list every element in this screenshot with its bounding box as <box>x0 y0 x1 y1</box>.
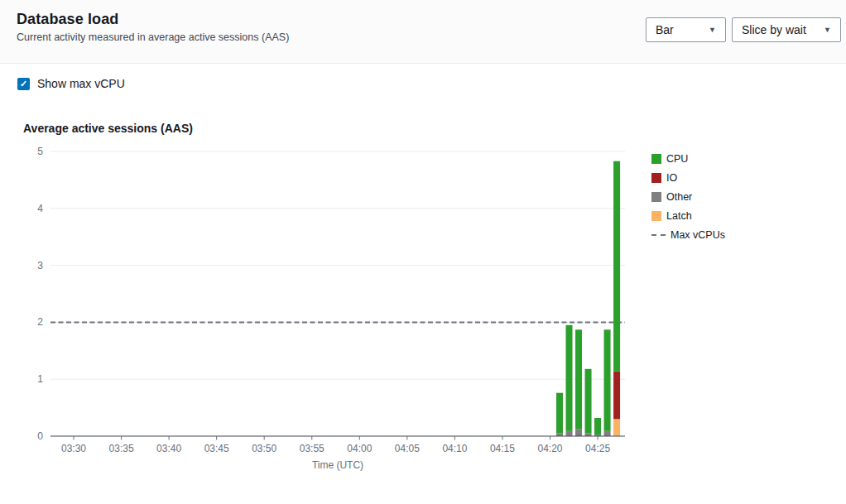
legend-item-latch: Latch <box>651 210 725 221</box>
x-tick-label: 03:30 <box>61 443 86 454</box>
legend-swatch-io <box>651 173 661 183</box>
y-tick-label: 3 <box>37 260 43 271</box>
x-tick-label: 03:50 <box>252 443 276 454</box>
x-tick-label: 03:55 <box>300 443 324 454</box>
database-load-header: Database load Current activity measured … <box>0 0 846 64</box>
bar-segment-Other-04:24[interactable] <box>585 434 592 436</box>
x-tick-label: 03:45 <box>204 443 229 454</box>
bar-segment-Latch-04:27[interactable] <box>613 419 620 436</box>
legend-item-cpu: CPU <box>651 153 725 164</box>
y-tick-label: 5 <box>37 146 43 157</box>
chart-legend: CPUIOOtherLatchMax vCPUs <box>651 153 725 248</box>
show-max-vcpu-row: ✓ Show max vCPU <box>17 77 125 90</box>
x-tick-label: 04:20 <box>537 443 562 454</box>
bar-segment-CPU-04:25[interactable] <box>594 418 601 434</box>
x-tick-label: 04:25 <box>585 443 610 454</box>
y-tick-label: 0 <box>37 430 43 442</box>
legend-item-max-vcpus: Max vCPUs <box>651 229 725 240</box>
y-tick-label: 2 <box>37 316 43 328</box>
bar-segment-CPU-04:21[interactable] <box>556 393 563 434</box>
bar-segment-Other-04:26[interactable] <box>604 431 611 436</box>
legend-swatch-cpu <box>651 154 661 164</box>
legend-item-io-label: IO <box>666 172 677 184</box>
bar-segment-IO-04:27[interactable] <box>613 372 620 420</box>
legend-swatch-latch <box>651 211 661 221</box>
x-tick-label: 03:35 <box>109 443 134 454</box>
page-subtitle: Current activity measured in average act… <box>17 31 289 43</box>
bar-segment-CPU-04:22[interactable] <box>566 325 573 431</box>
legend-item-io: IO <box>651 172 725 183</box>
show-max-vcpu-label: Show max vCPU <box>37 77 125 90</box>
slice-by-selected-value: Slice by wait <box>742 23 806 36</box>
bar-segment-CPU-04:26[interactable] <box>604 329 611 430</box>
bar-segment-Other-04:22[interactable] <box>566 431 573 436</box>
bar-segment-CPU-04:24[interactable] <box>585 369 592 434</box>
chart-type-selected-value: Bar <box>656 23 674 36</box>
x-tick-label: 04:15 <box>490 443 515 454</box>
legend-dashed-line-icon <box>651 234 666 236</box>
bar-segment-CPU-04:27[interactable] <box>613 161 620 372</box>
legend-item-latch-label: Latch <box>666 210 692 222</box>
legend-item-other-label: Other <box>666 191 692 203</box>
x-tick-label: 04:10 <box>442 443 467 454</box>
legend-item-cpu-label: CPU <box>666 153 688 165</box>
x-axis-title: Time (UTC) <box>312 459 363 471</box>
legend-swatch-other <box>651 192 661 202</box>
chevron-down-icon: ▼ <box>709 26 716 34</box>
chevron-down-icon: ▼ <box>824 26 831 34</box>
y-tick-label: 1 <box>37 373 43 385</box>
chart-type-select[interactable]: Bar ▼ <box>646 17 726 42</box>
bar-segment-Other-04:23[interactable] <box>575 430 582 436</box>
x-tick-label: 04:00 <box>347 443 372 454</box>
x-tick-label: 04:05 <box>395 443 420 454</box>
y-tick-label: 4 <box>37 203 43 214</box>
check-icon: ✓ <box>20 79 27 89</box>
chart-title: Average active sessions (AAS) <box>23 122 193 135</box>
legend-item-other: Other <box>651 191 725 202</box>
x-tick-label: 03:40 <box>156 443 181 454</box>
legend-item-max-vcpus-label: Max vCPUs <box>671 229 725 241</box>
bar-segment-CPU-04:23[interactable] <box>575 329 582 429</box>
page-title: Database load <box>17 11 118 28</box>
slice-by-select[interactable]: Slice by wait ▼ <box>732 17 841 42</box>
bar-segment-Other-04:21[interactable] <box>556 434 563 436</box>
show-max-vcpu-checkbox[interactable]: ✓ <box>17 78 30 90</box>
